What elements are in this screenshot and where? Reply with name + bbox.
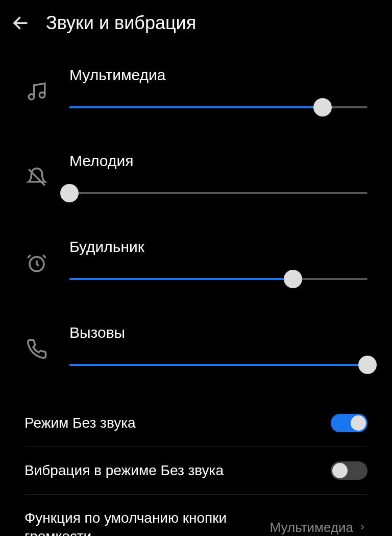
slider-alarm: Будильник [24,218,368,304]
setting-value: Мультимедиа [270,520,353,535]
music-icon [24,79,49,104]
setting-label: Вибрация в режиме Без звука [24,462,331,479]
setting-label: Функция по умолчанию кнопки громкости [24,509,270,536]
chevron-right-icon [357,522,368,532]
setting-label: Режим Без звука [24,415,331,431]
svg-point-1 [29,94,34,100]
slider-label: Мелодия [69,152,368,170]
slider-ringtone: Мелодия [24,132,368,218]
phone-icon [24,337,49,361]
settings-list: Режим Без звука Вибрация в режиме Без зв… [0,389,392,536]
slider-alarm-track[interactable] [69,270,368,288]
slider-multimedia-track[interactable] [69,98,368,116]
slider-calls-track[interactable] [69,356,368,374]
header: Звуки и вибрация [0,0,392,46]
silent-mode-toggle[interactable] [331,414,368,432]
back-button[interactable] [10,13,31,33]
vibrate-silent-toggle[interactable] [331,461,368,480]
bell-off-icon [24,165,49,190]
volume-sliders-section: Мультимедиа Мелодия [0,46,392,389]
setting-silent-mode[interactable]: Режим Без звука [24,400,368,447]
setting-vibrate-silent[interactable]: Вибрация в режиме Без звука [24,447,368,495]
slider-ringtone-track[interactable] [69,184,368,202]
page-title: Звуки и вибрация [46,12,196,34]
slider-label: Вызовы [69,324,368,341]
setting-volume-key-default[interactable]: Функция по умолчанию кнопки громкости Му… [24,495,368,536]
slider-multimedia: Мультимедиа [24,46,368,132]
slider-label: Мультимедиа [69,66,368,84]
slider-label: Будильник [69,238,368,255]
svg-point-2 [39,92,45,98]
slider-calls: Вызовы [24,304,368,389]
alarm-icon [24,251,49,275]
